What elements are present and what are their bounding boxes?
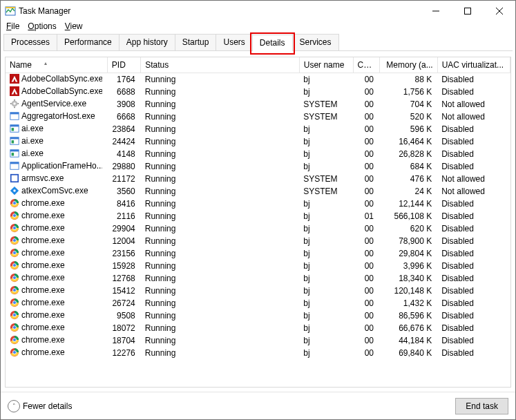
process-icon — [10, 124, 19, 133]
close-icon — [496, 8, 503, 15]
svg-rect-15 — [10, 113, 19, 115]
process-cpu: 00 — [353, 148, 379, 160]
fewer-details-button[interactable]: ˄ Fewer details — [8, 400, 72, 412]
table-row[interactable]: ai.exe23864Runningbj00596 KDisabled — [6, 123, 510, 135]
process-icon — [10, 173, 19, 183]
tab-processes[interactable]: Processes — [3, 34, 57, 50]
table-row[interactable]: chrome.exe26724Runningbj001,432 KDisable… — [6, 297, 510, 309]
process-pid: 23156 — [107, 247, 140, 260]
process-icon — [10, 285, 19, 295]
table-row[interactable]: chrome.exe8416Runningbj0012,144 KDisable… — [6, 198, 510, 210]
footer-bar: ˄ Fewer details End task — [1, 392, 515, 419]
table-row[interactable]: AgentService.exe3908RunningSYSTEM00704 K… — [6, 98, 510, 111]
menu-options[interactable]: Options — [28, 21, 56, 31]
tab-details[interactable]: Details — [252, 35, 293, 51]
minimize-button[interactable] — [420, 1, 452, 21]
process-cpu: 00 — [353, 160, 379, 173]
process-user: bj — [299, 73, 353, 86]
tab-users[interactable]: Users — [216, 34, 252, 50]
column-header-status[interactable]: Status — [141, 57, 299, 73]
process-name: chrome.exe — [21, 273, 65, 283]
process-icon — [10, 74, 19, 84]
process-memory: 520 K — [379, 111, 437, 123]
table-row[interactable]: chrome.exe12276Runningbj0069,840 KDisabl… — [6, 347, 510, 359]
process-name: chrome.exe — [21, 285, 65, 295]
process-icon — [10, 335, 19, 345]
table-row[interactable]: AdobeCollabSync.exe6688Runningbj001,756 … — [6, 86, 510, 98]
process-name: chrome.exe — [21, 211, 65, 220]
svg-rect-24 — [12, 153, 15, 155]
table-row[interactable]: chrome.exe15412Runningbj00120,148 KDisab… — [6, 285, 510, 297]
process-status: Running — [141, 160, 299, 173]
table-row[interactable]: chrome.exe23156Runningbj0029,804 KDisabl… — [6, 247, 510, 260]
process-memory: 1,432 K — [379, 297, 437, 309]
table-row[interactable]: ai.exe4148Runningbj0026,828 KDisabled — [6, 148, 510, 160]
svg-point-32 — [13, 202, 16, 204]
svg-point-35 — [13, 214, 16, 217]
table-row[interactable]: chrome.exe2116Runningbj01566,108 KDisabl… — [6, 210, 510, 222]
process-user: bj — [299, 347, 353, 359]
process-icon — [10, 260, 19, 270]
tab-performance[interactable]: Performance — [57, 34, 120, 50]
table-row[interactable]: armsvc.exe21172RunningSYSTEM00476 KNot a… — [6, 173, 510, 185]
svg-rect-23 — [10, 150, 19, 152]
svg-point-59 — [13, 314, 16, 316]
process-pid: 18704 — [107, 334, 140, 347]
window-title: Task Manager — [19, 6, 70, 16]
process-pid: 15928 — [107, 260, 140, 272]
menu-view[interactable]: View — [65, 21, 83, 31]
process-table-container[interactable]: Name▴ PID Status User name CPU Memory (a… — [5, 57, 511, 388]
process-icon — [10, 211, 19, 220]
process-uac: Disabled — [437, 322, 510, 334]
column-header-pid[interactable]: PID — [107, 57, 140, 73]
end-task-button[interactable]: End task — [455, 398, 508, 414]
menu-file[interactable]: File — [6, 21, 19, 31]
process-status: Running — [141, 198, 299, 210]
column-header-uac[interactable]: UAC virtualizat... — [437, 57, 510, 73]
process-uac: Disabled — [437, 297, 510, 309]
svg-point-9 — [13, 102, 16, 105]
process-icon — [10, 149, 19, 158]
close-button[interactable] — [484, 1, 515, 21]
maximize-button[interactable] — [452, 1, 484, 21]
table-row[interactable]: chrome.exe12768Runningbj0018,340 KDisabl… — [6, 272, 510, 285]
column-header-user[interactable]: User name — [299, 57, 353, 73]
table-row[interactable]: AdobeCollabSync.exe1764Runningbj0088 KDi… — [6, 73, 510, 86]
svg-rect-20 — [10, 137, 19, 140]
process-user: bj — [299, 235, 353, 247]
process-icon — [10, 99, 19, 108]
process-pid: 21172 — [107, 173, 140, 185]
table-row[interactable]: chrome.exe29904Runningbj00620 KDisabled — [6, 222, 510, 235]
process-memory: 12,144 K — [379, 198, 437, 210]
process-cpu: 00 — [353, 285, 379, 297]
table-row[interactable]: ApplicationFrameHo...29880Runningbj00684… — [6, 160, 510, 173]
process-uac: Disabled — [437, 222, 510, 235]
process-memory: 24 K — [379, 185, 437, 198]
process-pid: 26724 — [107, 297, 140, 309]
column-header-memory[interactable]: Memory (a... — [379, 57, 437, 73]
tab-startup[interactable]: Startup — [175, 34, 217, 50]
tab-app-history[interactable]: App history — [119, 34, 175, 50]
task-manager-window: Task Manager File Options View Processes… — [0, 0, 516, 420]
table-row[interactable]: chrome.exe12004Runningbj0078,900 KDisabl… — [6, 235, 510, 247]
process-user: bj — [299, 198, 353, 210]
table-row[interactable]: chrome.exe18072Runningbj0066,676 KDisabl… — [6, 322, 510, 334]
table-row[interactable]: ai.exe24424Runningbj0016,464 KDisabled — [6, 135, 510, 148]
process-user: bj — [299, 160, 353, 173]
table-row[interactable]: atkexComSvc.exe3560RunningSYSTEM0024 KNo… — [6, 185, 510, 198]
process-memory: 620 K — [379, 222, 437, 235]
table-row[interactable]: chrome.exe9508Runningbj0086,596 KDisable… — [6, 309, 510, 322]
process-name: ai.exe — [21, 136, 44, 146]
table-row[interactable]: chrome.exe18704Runningbj0044,184 KDisabl… — [6, 334, 510, 347]
column-header-name[interactable]: Name▴ — [6, 57, 107, 73]
process-icon — [10, 161, 19, 171]
process-uac: Not allowed — [437, 98, 510, 111]
table-row[interactable]: chrome.exe15928Runningbj003,996 KDisable… — [6, 260, 510, 272]
process-name: AdobeCollabSync.exe — [21, 74, 102, 84]
process-status: Running — [141, 86, 299, 98]
tab-services[interactable]: Services — [292, 34, 339, 50]
process-memory: 29,804 K — [379, 247, 437, 260]
column-header-cpu[interactable]: CPU — [353, 57, 379, 73]
process-status: Running — [141, 148, 299, 160]
table-row[interactable]: AggregatorHost.exe6668RunningSYSTEM00520… — [6, 111, 510, 123]
